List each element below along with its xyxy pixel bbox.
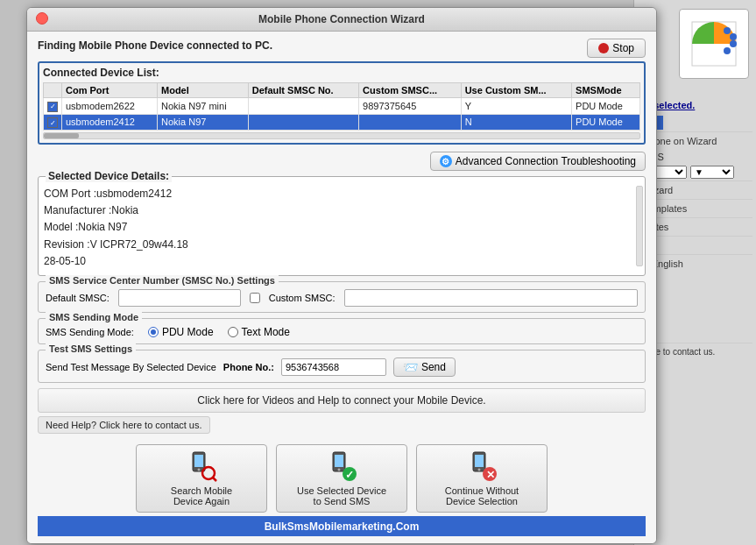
svg-point-12	[338, 468, 341, 471]
text-mode-label: Text Mode	[242, 326, 290, 338]
close-button[interactable]	[36, 12, 48, 25]
advanced-label: Advanced Connection Troubleshooting	[456, 155, 636, 167]
row-use-custom-1: N	[461, 114, 571, 131]
dialog-titlebar: Mobile Phone Connection Wizard	[27, 8, 656, 32]
row-default-smsc-1	[248, 114, 358, 131]
smsc-legend: SMS Service Center Number (SMSC No.) Set…	[46, 275, 279, 286]
device-table: Com Port Model Default SMSC No. Custom S…	[43, 82, 640, 131]
row-checkbox-0[interactable]: ✓	[44, 98, 62, 115]
selected-device-box: Selected Device Details: COM Port :usbmo…	[38, 176, 646, 276]
row-model-1: Nokia N97	[158, 114, 249, 131]
row-custom-smsc-1	[359, 114, 462, 131]
help-video-text: Click here for Videos and Help to connec…	[197, 394, 485, 407]
pdu-mode-radio[interactable]	[148, 327, 159, 337]
col-com-port: Com Port	[62, 83, 158, 98]
col-custom-smsc: Custom SMSC...	[359, 83, 462, 98]
selected-device-title: Selected Device Details:	[46, 170, 172, 182]
row-default-smsc-0	[248, 98, 358, 115]
smsc-settings-group: SMS Service Center Number (SMSC No.) Set…	[38, 281, 646, 313]
finding-header: Finding Mobile Phone Device connected to…	[38, 39, 272, 52]
row-com-port-1: usbmodem2412	[62, 114, 158, 131]
checkbox-1[interactable]: ✓	[47, 117, 58, 128]
test-sms-group: Test SMS Settings Send Test Message By S…	[38, 350, 646, 383]
col-smsmode: SMSMode	[572, 83, 640, 98]
search-mobile-svg	[186, 450, 217, 482]
row-com-port-0: usbmodem2622	[62, 98, 158, 115]
table-row[interactable]: ✓ usbmodem2412 Nokia N97 N PDU Mode	[44, 114, 640, 131]
col-check	[44, 83, 62, 98]
sms-mode-label: SMS Sending Mode:	[46, 327, 134, 337]
smsc-row: Default SMSC: Custom SMSC:	[46, 289, 638, 307]
test-sms-label: Send Test Message By Selected Device	[46, 362, 216, 372]
search-mobile-button[interactable]: Search Mobile Device Again	[136, 444, 267, 513]
need-help-button[interactable]: Need Help? Click here to contact us.	[38, 416, 210, 434]
search-mobile-icon	[186, 450, 217, 482]
scrollbar-thumb	[44, 133, 79, 138]
svg-rect-6	[194, 455, 203, 467]
advanced-row: ⚙ Advanced Connection Troubleshooting	[38, 152, 646, 171]
phone-input[interactable]	[281, 358, 386, 376]
send-label: Send	[421, 361, 446, 373]
row-smsmode-0: PDU Mode	[572, 98, 640, 115]
row-use-custom-0: Y	[461, 98, 571, 115]
send-button[interactable]: 📨 Send	[393, 357, 456, 377]
custom-smsc-checkbox[interactable]	[250, 293, 260, 303]
svg-point-8	[202, 467, 215, 479]
svg-point-3	[730, 40, 737, 47]
phone-no-label: Phone No.:	[223, 362, 274, 372]
search-mobile-label: Search Mobile Device Again	[171, 485, 232, 506]
chart-icon	[688, 18, 740, 70]
use-selected-svg: ✓	[326, 450, 357, 482]
svg-point-17	[478, 468, 481, 471]
text-mode-option[interactable]: Text Mode	[228, 326, 290, 338]
help-video-bar[interactable]: Click here for Videos and Help to connec…	[38, 388, 646, 413]
table-row[interactable]: ✓ usbmodem2622 Nokia N97 mini 9897375645…	[44, 98, 640, 115]
right-panel-icon	[679, 9, 749, 79]
bottom-buttons: Search Mobile Device Again ✓ Use Selecte…	[38, 444, 646, 513]
svg-rect-11	[335, 455, 343, 467]
use-selected-device-button[interactable]: ✓ Use Selected Device to Send SMS	[276, 444, 407, 513]
default-smsc-input[interactable]	[118, 289, 241, 307]
need-help-area: Need Help? Click here to contact us.	[38, 416, 646, 441]
row-custom-smsc-0: 9897375645	[359, 98, 462, 115]
sms-sending-group: SMS Sending Mode SMS Sending Mode: PDU M…	[38, 318, 646, 344]
col-model: Model	[158, 83, 249, 98]
continue-without-button[interactable]: ✕ Continue Without Device Selection	[416, 444, 548, 513]
main-dialog: Mobile Phone Connection Wizard Finding M…	[26, 7, 657, 544]
svg-rect-16	[475, 455, 484, 467]
dialog-title: Mobile Phone Connection Wizard	[258, 13, 425, 25]
advanced-icon: ⚙	[440, 155, 452, 167]
advanced-troubleshooting-button[interactable]: ⚙ Advanced Connection Troubleshooting	[430, 152, 646, 171]
device-details: COM Port :usbmodem2412Manufacturer :Noki…	[44, 186, 639, 270]
test-sms-row: Send Test Message By Selected Device Pho…	[46, 357, 638, 377]
table-header-row: Com Port Model Default SMSC No. Custom S…	[44, 83, 640, 98]
vertical-scrollbar[interactable]	[636, 186, 643, 266]
svg-text:✓: ✓	[345, 469, 354, 481]
pdu-mode-option[interactable]: PDU Mode	[148, 326, 214, 338]
row-checkbox-1[interactable]: ✓	[44, 114, 62, 131]
stop-label: Stop	[612, 42, 634, 54]
top-area: Finding Mobile Phone Device connected to…	[38, 39, 646, 58]
svg-point-4	[724, 47, 731, 54]
footer-bar: BulkSmsMobilemarketing.Com	[38, 516, 646, 536]
row-model-0: Nokia N97 mini	[158, 98, 249, 115]
test-sms-legend: Test SMS Settings	[46, 343, 136, 354]
continue-without-icon: ✕	[466, 450, 498, 482]
continue-without-svg: ✕	[466, 450, 498, 482]
pdu-mode-label: PDU Mode	[162, 326, 214, 338]
custom-smsc-input[interactable]	[344, 289, 638, 307]
use-selected-label: Use Selected Device to Send SMS	[297, 485, 386, 506]
svg-line-9	[213, 478, 216, 481]
col-default-smsc: Default SMSC No.	[248, 83, 358, 98]
col-use-custom: Use Custom SM...	[461, 83, 571, 98]
horizontal-scrollbar[interactable]	[43, 132, 640, 139]
svg-point-1	[724, 27, 731, 34]
stop-button[interactable]: Stop	[587, 39, 646, 58]
checkbox-0[interactable]: ✓	[47, 102, 58, 112]
text-mode-radio[interactable]	[228, 327, 238, 337]
svg-point-7	[198, 468, 201, 471]
right-panel-select2[interactable]: ▼	[690, 166, 734, 179]
svg-text:✕: ✕	[486, 469, 495, 481]
default-smsc-label: Default SMSC:	[46, 293, 110, 303]
send-icon: 📨	[403, 360, 418, 374]
